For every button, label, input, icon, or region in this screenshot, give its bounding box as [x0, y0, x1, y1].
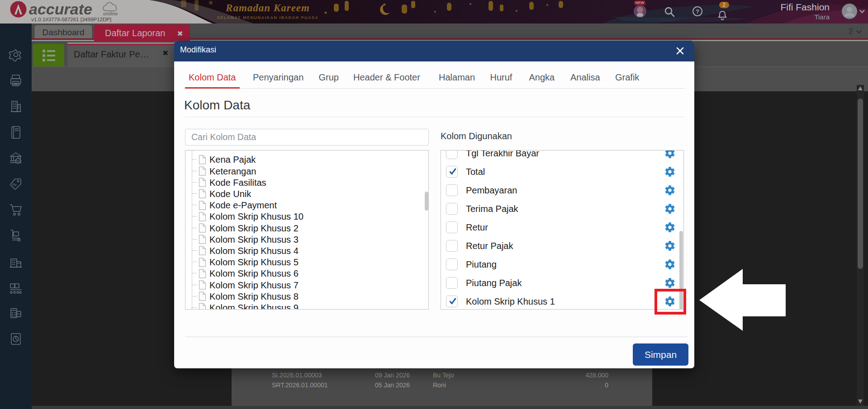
svg-text:Rp: Rp — [16, 160, 20, 163]
svg-text:Rp: Rp — [12, 183, 17, 187]
svg-text:TAX: TAX — [16, 313, 21, 315]
svg-text:?: ? — [696, 8, 699, 15]
